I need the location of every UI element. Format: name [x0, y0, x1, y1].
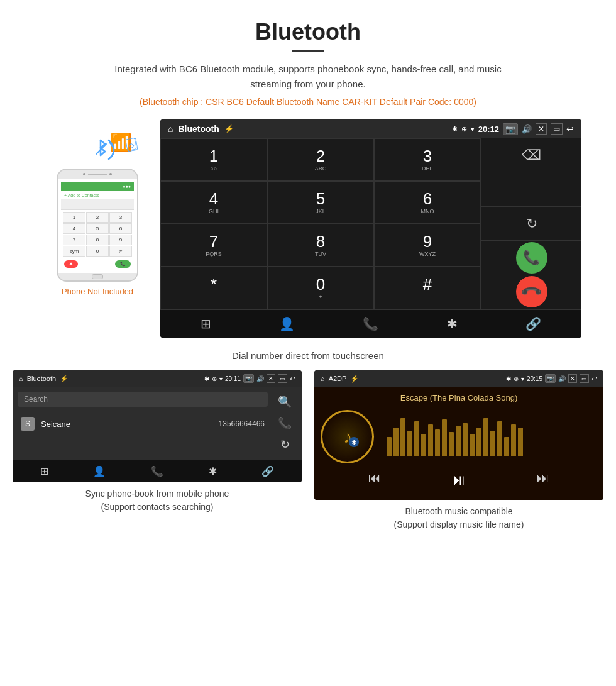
- pb-home-icon[interactable]: ⌂: [19, 375, 23, 382]
- volume-icon[interactable]: 🔊: [522, 124, 532, 134]
- play-pause-button[interactable]: ⏯: [451, 471, 466, 489]
- car-bottom-bar: ⊞ 👤 📞 ✱ 🔗: [160, 309, 581, 338]
- contact-number: 13566664466: [219, 419, 265, 428]
- dial-key-7[interactable]: 7PQRS: [160, 224, 267, 267]
- prev-track-button[interactable]: ⏮: [368, 471, 381, 489]
- window-icon[interactable]: ▭: [551, 123, 563, 135]
- phone-key-9: 9: [109, 235, 132, 245]
- phone-screen-header: ●●●: [61, 182, 134, 191]
- back-icon[interactable]: ↩: [566, 124, 574, 134]
- eq-bar-7: [435, 429, 440, 456]
- location-icon: ⊕: [461, 125, 467, 133]
- phone-key-0: 0: [86, 246, 109, 257]
- call-green-button[interactable]: 📞: [516, 242, 547, 274]
- eq-bar-13: [476, 428, 481, 456]
- music-close-icon[interactable]: ✕: [568, 374, 577, 383]
- dial-key-2[interactable]: 2ABC: [267, 138, 374, 181]
- music-note-icon: ♪ ✱: [335, 424, 360, 450]
- refresh-row[interactable]: ↻: [481, 207, 581, 241]
- status-right: ✱ ⊕ ▾ 20:12 📷 🔊 ✕ ▭ ↩: [452, 123, 574, 135]
- pb-bt-bottom-icon[interactable]: ✱: [209, 465, 217, 477]
- call-red-button[interactable]: 📞: [516, 276, 547, 307]
- contacts-icon[interactable]: 👤: [279, 316, 295, 331]
- dial-key-1[interactable]: 1○○: [160, 138, 267, 181]
- music-card: ⌂ A2DP ⚡ ✱ ⊕ ▾ 20:15 📷 🔊 ✕ ▭ ↩: [314, 370, 603, 531]
- pb-refresh-action-icon[interactable]: ↻: [280, 438, 290, 451]
- pb-back-icon[interactable]: ↩: [290, 375, 295, 383]
- bt-signal-area: 📶 ⬦⃣: [57, 132, 138, 163]
- contact-row[interactable]: S Seicane 13566664466: [18, 412, 268, 436]
- pb-apps-icon[interactable]: ⊞: [40, 465, 48, 477]
- dial-key-5[interactable]: 5JKL: [267, 181, 374, 224]
- pb-search-action-icon[interactable]: 🔍: [278, 395, 292, 409]
- phone-icon[interactable]: 📞: [363, 316, 378, 331]
- status-left: ⌂ Bluetooth ⚡: [168, 124, 234, 134]
- bluetooth-svg-icon: [91, 135, 116, 160]
- pb-close-icon[interactable]: ✕: [267, 374, 275, 383]
- music-screen: ⌂ A2DP ⚡ ✱ ⊕ ▾ 20:15 📷 🔊 ✕ ▭ ↩: [314, 370, 603, 500]
- next-track-button[interactable]: ⏭: [537, 471, 549, 489]
- pb-call-action-icon[interactable]: 📞: [278, 416, 292, 430]
- pb-window-icon[interactable]: ▭: [278, 374, 287, 383]
- dial-caption: Dial number direct from touchscreen: [0, 350, 616, 361]
- contact-name: Seicane: [41, 419, 219, 429]
- close-icon[interactable]: ✕: [536, 123, 547, 135]
- phonebook-caption: Sync phone-book from mobile phone(Suppor…: [85, 487, 229, 514]
- pb-bt-icon: ✱: [204, 375, 209, 382]
- dial-key-8[interactable]: 8TUV: [267, 224, 374, 267]
- pb-phone-icon[interactable]: 📞: [151, 465, 163, 477]
- music-home-icon[interactable]: ⌂: [321, 375, 325, 382]
- refresh-icon[interactable]: ↻: [526, 216, 537, 232]
- camera-icon[interactable]: 📷: [503, 123, 518, 135]
- dial-status-bar: ⌂ Bluetooth ⚡ ✱ ⊕ ▾ 20:12 📷 🔊 ✕ ▭ ↩: [160, 119, 581, 138]
- music-usb-icon: ⚡: [350, 375, 359, 383]
- phone-key-5: 5: [86, 223, 109, 234]
- bluetooth-bottom-icon[interactable]: ✱: [447, 316, 458, 331]
- phone-speaker-bar: [88, 174, 107, 175]
- backspace-row[interactable]: ⌫: [481, 138, 581, 172]
- link-icon[interactable]: 🔗: [525, 316, 541, 331]
- apps-grid-icon[interactable]: ⊞: [201, 316, 211, 331]
- dial-key-6[interactable]: 6MNO: [374, 181, 481, 224]
- music-song-title: Escape (The Pina Colada Song): [400, 393, 517, 402]
- screen-title-label: Bluetooth: [178, 124, 219, 134]
- call-red-icon: 📞: [520, 280, 543, 304]
- eq-bar-14: [483, 418, 488, 456]
- eq-bar-2: [400, 418, 405, 456]
- eq-bar-4: [414, 421, 419, 456]
- eq-bar-1: [393, 428, 399, 456]
- dial-key-4[interactable]: 4GHI: [160, 181, 267, 224]
- pb-usb-icon: ⚡: [60, 375, 69, 383]
- dial-key-*[interactable]: *: [160, 267, 267, 309]
- music-camera-icon[interactable]: 📷: [545, 374, 556, 383]
- phone-end-btn: ✖: [64, 260, 78, 268]
- pb-camera-icon[interactable]: 📷: [243, 374, 254, 383]
- search-bar[interactable]: Search: [18, 392, 268, 407]
- phone-bottom-buttons: ✖ 📞: [61, 258, 134, 270]
- backspace-icon[interactable]: ⌫: [522, 147, 541, 163]
- dial-key-0[interactable]: 0+: [267, 267, 374, 309]
- dial-key-#[interactable]: #: [374, 267, 481, 309]
- call-red-row[interactable]: 📞: [481, 275, 581, 309]
- music-window-icon[interactable]: ▭: [580, 374, 589, 383]
- phonebook-action-buttons: 🔍 📞 ↻: [273, 392, 297, 455]
- home-icon[interactable]: ⌂: [168, 124, 173, 134]
- phone-key-sym: sym: [63, 246, 85, 257]
- pb-link-icon[interactable]: 🔗: [261, 465, 274, 477]
- phonebook-caption-text: Sync phone-book from mobile phone(Suppor…: [85, 489, 229, 512]
- contact-avatar: S: [21, 417, 35, 431]
- pb-vol-icon[interactable]: 🔊: [256, 375, 264, 382]
- bluetooth-icon: ⬦⃣: [126, 136, 136, 152]
- dial-key-3[interactable]: 3DEF: [374, 138, 481, 181]
- music-back-icon[interactable]: ↩: [591, 375, 597, 383]
- pb-contacts-icon[interactable]: 👤: [93, 465, 106, 477]
- phonebook-area: Search S Seicane 13566664466 🔍 📞 ↻: [13, 387, 302, 460]
- phone-not-included-label: Phone Not Included: [62, 287, 133, 296]
- call-green-row[interactable]: 📞: [481, 241, 581, 275]
- phone-number-display: [61, 200, 134, 210]
- music-vol-icon[interactable]: 🔊: [558, 375, 566, 382]
- title-underline: [292, 50, 324, 52]
- page-title: Bluetooth: [13, 19, 603, 45]
- phone-bottom-bar: [58, 273, 137, 280]
- dial-key-9[interactable]: 9WXYZ: [374, 224, 481, 267]
